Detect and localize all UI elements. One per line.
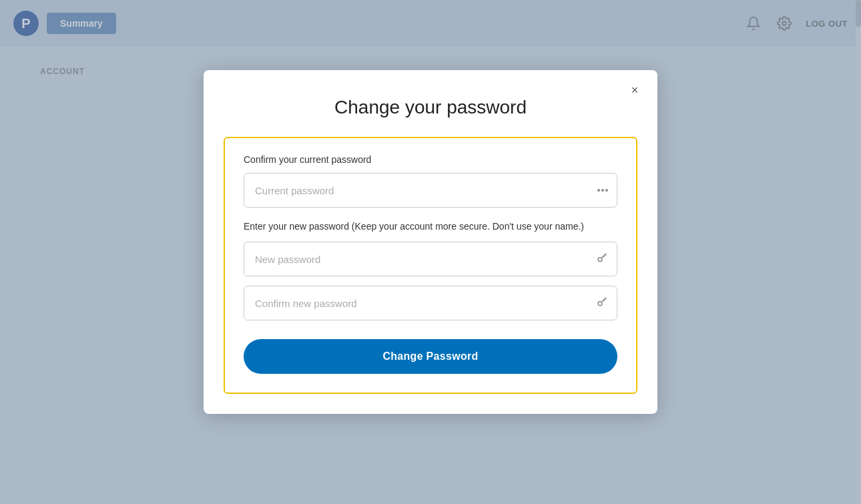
modal-title: Change your password: [204, 97, 657, 118]
current-password-input[interactable]: [244, 173, 617, 208]
change-password-modal: × Change your password Confirm your curr…: [204, 70, 657, 414]
change-password-button[interactable]: Change Password: [244, 339, 617, 374]
confirm-password-group: [244, 286, 617, 320]
confirm-password-input[interactable]: [244, 286, 617, 320]
password-form-box: Confirm your current password Enter your…: [224, 137, 637, 394]
modal-overlay: × Change your password Confirm your curr…: [0, 0, 861, 504]
new-password-section-label: Enter your new password (Keep your accou…: [244, 220, 617, 234]
new-password-input[interactable]: [244, 242, 617, 276]
new-password-group: [244, 242, 617, 276]
current-password-group: [244, 173, 617, 208]
close-modal-button[interactable]: ×: [625, 81, 644, 99]
current-password-section-label: Confirm your current password: [244, 154, 617, 165]
